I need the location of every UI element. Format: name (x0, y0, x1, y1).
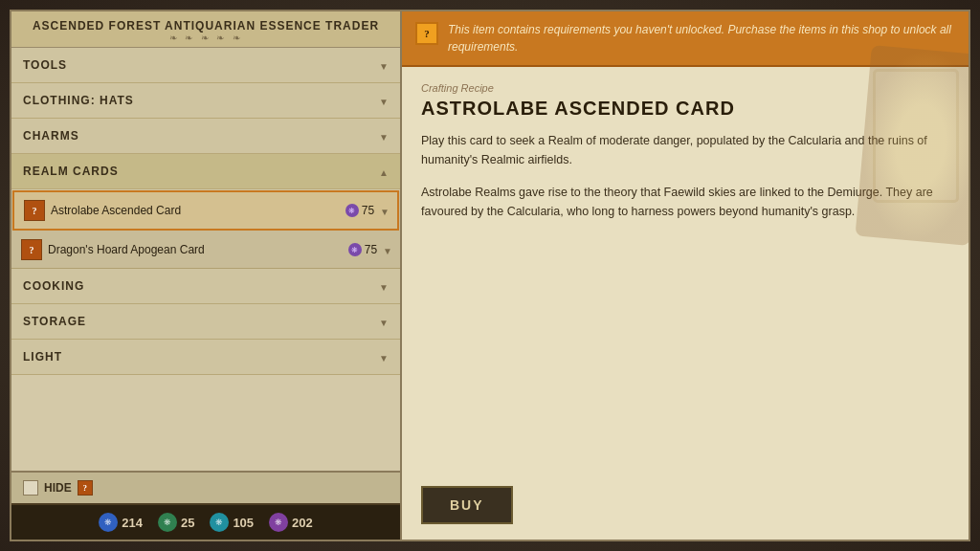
category-tools[interactable]: TOOLS (11, 48, 400, 83)
currency-green-icon (158, 513, 177, 532)
list-item[interactable]: ? Astrolabe Ascended Card 75 (12, 190, 399, 231)
hide-label: Hide (44, 481, 72, 495)
category-charms[interactable]: CHARMS (11, 119, 400, 154)
hide-checkbox[interactable] (23, 480, 38, 496)
chevron-down-icon (379, 348, 389, 365)
shop-decoration: ❧ ❧ ❧ ❧ ❧ (21, 33, 390, 43)
chevron-down-icon (379, 127, 389, 144)
item-question-icon: ? (24, 200, 45, 221)
right-panel: ? This item contains requirements you ha… (402, 10, 970, 541)
category-clothing-hats[interactable]: CLOTHING: HATS (11, 83, 400, 119)
category-cooking[interactable]: COOKING (11, 269, 400, 304)
category-realm-cards[interactable]: REALM CARDS (11, 154, 400, 189)
chevron-down-icon (380, 202, 390, 219)
card-art-inner-decoration (873, 69, 959, 203)
cost-currency-icon (348, 243, 362, 256)
hide-question-icon[interactable]: ? (78, 480, 93, 496)
cost-currency-icon (345, 204, 359, 217)
realm-cards-subitems: ? Astrolabe Ascended Card 75 ? Dragon's … (11, 190, 400, 269)
buy-section: BUY (402, 474, 969, 540)
category-storage[interactable]: STORAGE (11, 304, 400, 340)
currency-bar: 214 25 105 202 (11, 503, 400, 540)
currency-green: 25 (158, 513, 194, 532)
chevron-down-icon (383, 241, 392, 258)
list-item[interactable]: ? Dragon's Hoard Apogean Card 75 (11, 231, 400, 269)
chevron-down-icon (379, 313, 389, 330)
left-panel: ASCENDED FOREST ANTIQUARIAN ESSENCE TRAD… (10, 10, 402, 541)
chevron-down-icon (379, 277, 389, 295)
buy-button[interactable]: BUY (421, 486, 513, 524)
chevron-down-icon (379, 92, 389, 109)
item-question-icon: ? (21, 239, 42, 260)
category-light[interactable]: LIGHT (11, 340, 400, 375)
currency-blue: 214 (99, 513, 143, 532)
chevron-down-icon (379, 56, 389, 74)
category-list: TOOLS CLOTHING: HATS CHARMS REALM CARDS (11, 48, 400, 471)
item-cost: 75 (348, 243, 377, 256)
currency-purple-icon (269, 513, 288, 532)
main-container: ASCENDED FOREST ANTIQUARIAN ESSENCE TRAD… (10, 10, 970, 541)
currency-teal: 105 (210, 513, 254, 532)
currency-purple: 202 (269, 513, 313, 532)
warning-icon: ? (415, 22, 438, 45)
chevron-up-icon (379, 163, 389, 180)
item-cost: 75 (345, 204, 374, 217)
bottom-bar: Hide ? (11, 471, 400, 503)
shop-title-area: ASCENDED FOREST ANTIQUARIAN ESSENCE TRAD… (11, 11, 400, 48)
currency-teal-icon (210, 513, 229, 532)
currency-blue-icon (99, 513, 118, 532)
shop-title: ASCENDED FOREST ANTIQUARIAN ESSENCE TRAD… (21, 19, 390, 33)
